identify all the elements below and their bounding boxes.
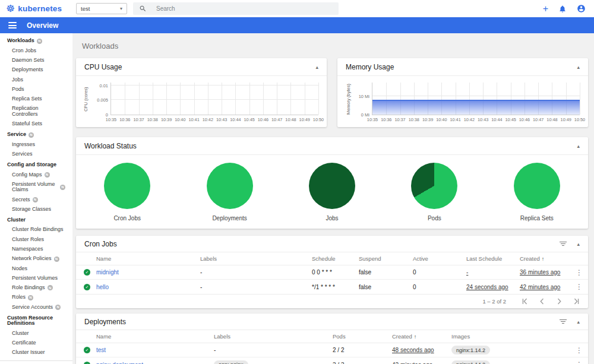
x-tick-label: 10:39 xyxy=(422,117,433,122)
sidebar-item-namespaces[interactable]: Namespaces xyxy=(0,245,72,254)
y-tick-label: 0 xyxy=(106,112,108,118)
resource-name-link[interactable]: nginx-deployment xyxy=(96,362,214,364)
sidebar-item-jobs[interactable]: Jobs xyxy=(0,75,72,84)
sidebar-item-label: Nodes xyxy=(12,266,27,272)
filter-icon[interactable] xyxy=(559,319,567,324)
cron-jobs-pagination: 1 – 2 of 2 xyxy=(76,294,588,308)
sidebar-item-replica-sets[interactable]: Replica Sets xyxy=(0,94,72,104)
sidebar-item-pods[interactable]: Pods xyxy=(0,84,72,94)
sidebar-item-label: Cluster Role Bindings xyxy=(12,227,64,233)
x-tick-label: 10:37 xyxy=(394,117,405,122)
sidebar-item-persistent-volume-claims[interactable]: Persistent Volume ClaimsN xyxy=(0,179,72,195)
sidebar-item-services[interactable]: Services xyxy=(0,150,72,159)
sidebar-item-nodes[interactable]: Nodes xyxy=(0,264,72,273)
table-row: ✓nginx-deploymentapp: nginx3 / 342 minut… xyxy=(76,357,588,364)
sidebar-item-replication-controllers[interactable]: Replication Controllers xyxy=(0,104,72,119)
x-tick-label: 10:41 xyxy=(450,117,460,122)
collapse-caret-icon[interactable]: ▴ xyxy=(315,64,318,70)
previous-page-icon[interactable] xyxy=(539,298,545,305)
grid-line xyxy=(290,83,291,115)
column-header-created[interactable]: Created↑ xyxy=(392,333,451,340)
column-header-pods[interactable]: Pods xyxy=(333,333,392,340)
row-menu-icon[interactable]: ⋮ xyxy=(570,283,588,291)
sidebar-item-stateful-sets[interactable]: Stateful Sets xyxy=(0,119,72,129)
pagination-controls xyxy=(522,298,580,305)
created-cell: 48 seconds ago xyxy=(392,347,451,353)
last-page-icon[interactable] xyxy=(573,298,580,305)
sidebar-item-cluster-issuer[interactable]: Cluster Issuer xyxy=(0,348,72,357)
sidebar-item-config-maps[interactable]: Config MapsN xyxy=(0,170,72,179)
sidebar-item-ingresses[interactable]: Ingresses xyxy=(0,140,72,149)
sidebar-item-storage-classes[interactable]: Storage Classes xyxy=(0,205,72,214)
user-profile-icon[interactable] xyxy=(577,4,586,13)
namespace-selector[interactable]: test ▾ xyxy=(76,3,127,14)
brand-home-link[interactable]: ☸ kubernetes xyxy=(6,4,70,14)
sidebar-item-service-accounts[interactable]: Service AccountsN xyxy=(0,302,72,312)
labels-cell: - xyxy=(200,269,312,276)
suspend-cell: false xyxy=(359,284,413,290)
notifications-bell-icon[interactable] xyxy=(558,5,567,13)
workload-status-pies: Cron JobsDeploymentsJobsPodsReplica Sets xyxy=(76,155,588,221)
sidebar-item-role-bindings[interactable]: Role BindingsN xyxy=(0,283,72,293)
cron-jobs-table-body: ✓midnight-0 0 * * *false0-36 minutes ago… xyxy=(76,265,588,294)
cpu-y-axis-label: CPU (cores) xyxy=(83,87,89,111)
collapse-caret-icon[interactable]: ▴ xyxy=(577,64,580,70)
success-check-icon: ✓ xyxy=(84,362,90,364)
x-tick-label: 10:36 xyxy=(381,117,391,122)
column-header-name[interactable]: Name xyxy=(96,255,200,262)
column-header-active[interactable]: Active xyxy=(413,255,466,262)
menu-hamburger-icon[interactable] xyxy=(8,22,17,29)
sidebar-item-cluster-role-bindings[interactable]: Cluster Role Bindings xyxy=(0,225,72,235)
created-cell: 42 minutes ago xyxy=(520,284,570,290)
column-header-labels[interactable]: Labels xyxy=(200,255,312,262)
column-header-created[interactable]: Created↑ xyxy=(520,255,570,262)
collapse-caret-icon[interactable]: ▴ xyxy=(577,241,580,247)
resource-name-link[interactable]: test xyxy=(96,347,214,353)
filter-icon[interactable] xyxy=(559,242,567,246)
x-tick-label: 10:42 xyxy=(464,117,475,122)
namespaced-badge: N xyxy=(29,132,34,138)
collapse-caret-icon[interactable]: ▴ xyxy=(577,319,580,325)
resource-name-link[interactable]: midnight xyxy=(96,269,200,276)
pie-chart xyxy=(309,163,355,209)
sidebar-item-secrets[interactable]: SecretsN xyxy=(0,195,72,204)
column-header-name[interactable]: Name xyxy=(96,333,214,340)
sidebar-item-deployments[interactable]: Deployments xyxy=(0,65,72,75)
workload-pie-cron-jobs: Cron Jobs xyxy=(80,163,175,221)
next-page-icon[interactable] xyxy=(556,298,563,305)
sidebar-section-custom-resource-definitions: Custom Resource Definitions xyxy=(0,314,72,329)
namespaced-badge: N xyxy=(37,39,42,44)
grid-line xyxy=(139,83,140,115)
sidebar-item-label: Replica Sets xyxy=(12,96,42,102)
first-page-icon[interactable] xyxy=(522,298,528,305)
sidebar-item-cluster[interactable]: Cluster xyxy=(0,328,72,338)
namespaced-badge: N xyxy=(33,197,38,202)
row-menu-icon[interactable]: ⋮ xyxy=(570,346,588,354)
column-header-images[interactable]: Images xyxy=(451,333,570,340)
grid-line xyxy=(263,83,264,115)
sidebar-item-roles[interactable]: RolesN xyxy=(0,293,72,302)
create-resource-button[interactable]: + xyxy=(543,4,548,14)
x-tick-label: 10:35 xyxy=(106,117,116,122)
row-menu-icon[interactable]: ⋮ xyxy=(570,268,588,277)
column-header-suspend[interactable]: Suspend xyxy=(359,255,413,262)
sidebar-item-daemon-sets[interactable]: Daemon Sets xyxy=(0,56,72,65)
resource-name-link[interactable]: hello xyxy=(96,284,200,290)
brand-name: kubernetes xyxy=(18,4,62,13)
search-input[interactable] xyxy=(156,5,333,12)
search-icon xyxy=(139,5,147,12)
collapse-caret-icon[interactable]: ▴ xyxy=(577,143,580,149)
sidebar-item-cluster-roles[interactable]: Cluster Roles xyxy=(0,235,72,244)
pie-chart xyxy=(104,163,150,209)
column-header-last-schedule[interactable]: Last Schedule xyxy=(466,255,520,262)
sidebar-item-certificate[interactable]: Certificate xyxy=(0,338,72,348)
sort-ascending-icon: ↑ xyxy=(542,256,545,262)
row-menu-icon[interactable]: ⋮ xyxy=(570,360,588,364)
pie-chart-label: Deployments xyxy=(212,215,247,221)
sidebar-item-persistent-volumes[interactable]: Persistent Volumes xyxy=(0,273,72,283)
sidebar-item-cron-jobs[interactable]: Cron Jobs xyxy=(0,46,72,55)
column-header-labels[interactable]: Labels xyxy=(214,333,333,340)
cpu-usage-card-header: CPU Usage ▴ xyxy=(76,58,327,76)
sidebar-item-network-policies[interactable]: Network PoliciesN xyxy=(0,254,72,264)
column-header-schedule[interactable]: Schedule xyxy=(312,255,359,262)
